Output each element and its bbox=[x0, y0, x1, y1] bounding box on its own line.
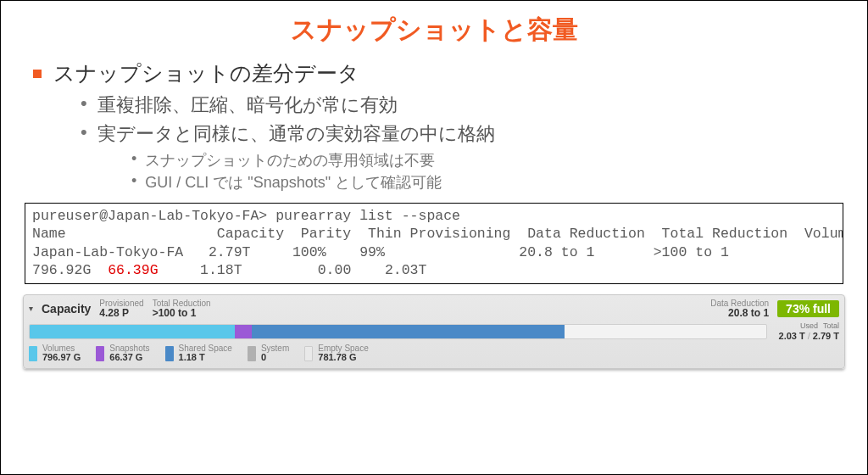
bullet-l2a-text: 重複排除、圧縮、暗号化が常に有効 bbox=[97, 92, 398, 118]
slide: スナップショットと容量 スナップショットの差分データ • 重複排除、圧縮、暗号化… bbox=[0, 0, 868, 475]
swatch-empty-icon bbox=[304, 346, 313, 361]
orange-square-icon bbox=[33, 70, 42, 78]
legend-system: System 0 bbox=[248, 344, 289, 363]
full-percent-badge: 73% full bbox=[777, 300, 839, 317]
bullet-dot-icon: • bbox=[81, 121, 87, 143]
legend-shared-value: 1.18 T bbox=[179, 353, 232, 363]
cli-output: pureuser@Japan-Lab-Tokyo-FA> purearray l… bbox=[25, 203, 843, 284]
collapse-toggle[interactable]: ▾ bbox=[29, 304, 33, 313]
total-reduction-value: >100 to 1 bbox=[153, 308, 211, 319]
legend-empty: Empty Space 781.78 G bbox=[304, 344, 368, 363]
bullet-l3: • GUI / CLI では "Snapshots" として確認可能 bbox=[131, 172, 847, 193]
bullet-l1-text: スナップショットの差分データ bbox=[53, 59, 359, 87]
cli-line2: Name Capacity Parity Thin Provisioning D… bbox=[32, 226, 843, 242]
slide-title: スナップショットと容量 bbox=[21, 13, 847, 48]
bar-seg-shared bbox=[252, 325, 564, 338]
bullet-l2b-text: 実データと同様に、通常の実効容量の中に格納 bbox=[97, 121, 495, 147]
bullet-l2: • 実データと同様に、通常の実効容量の中に格納 bbox=[81, 121, 847, 147]
cli-line3: Japan-Lab-Tokyo-FA 2.79T 100% 99% 20.8 t… bbox=[32, 244, 729, 260]
legend-volumes: Volumes 796.97 G bbox=[29, 344, 81, 363]
swatch-volumes-icon bbox=[29, 346, 37, 361]
bullet-l3b-text: GUI / CLI では "Snapshots" として確認可能 bbox=[145, 172, 442, 193]
legend-volumes-value: 796.97 G bbox=[42, 353, 81, 363]
capacity-bar-row: Used Total 2.03 T/2.79 T bbox=[29, 322, 839, 341]
capacity-header: ▾ Capacity Provisioned 4.28 P Total Redu… bbox=[29, 299, 839, 319]
data-reduction-metric: Data Reduction 20.8 to 1 bbox=[710, 299, 769, 319]
used-value: 2.03 T bbox=[779, 331, 805, 341]
capacity-title: Capacity bbox=[42, 302, 91, 316]
provisioned-metric: Provisioned 4.28 P bbox=[99, 299, 143, 319]
used-total: Used Total 2.03 T/2.79 T bbox=[779, 322, 839, 341]
legend-snapshots-value: 66.37 G bbox=[109, 353, 149, 363]
data-reduction-value: 20.8 to 1 bbox=[728, 308, 769, 319]
legend-empty-value: 781.78 G bbox=[318, 353, 368, 363]
bullet-l3: • スナップショットのための専用領域は不要 bbox=[131, 150, 847, 170]
capacity-panel: ▾ Capacity Provisioned 4.28 P Total Redu… bbox=[23, 294, 845, 369]
swatch-shared-icon bbox=[165, 346, 174, 361]
legend-system-value: 0 bbox=[261, 353, 289, 363]
provisioned-value: 4.28 P bbox=[99, 308, 143, 319]
bar-seg-snapshots bbox=[235, 325, 252, 338]
legend-snapshots: Snapshots 66.37 G bbox=[96, 344, 149, 363]
cli-snapshots-value: 66.39G bbox=[108, 262, 158, 278]
bullet-dot-icon: • bbox=[131, 172, 136, 190]
bullet-l1: スナップショットの差分データ bbox=[33, 59, 847, 87]
bullet-l3a-text: スナップショットのための専用領域は不要 bbox=[145, 150, 435, 170]
bullet-dot-icon: • bbox=[131, 150, 136, 168]
bullet-dot-icon: • bbox=[81, 92, 87, 115]
total-label: Total bbox=[823, 322, 839, 331]
swatch-system-icon bbox=[248, 346, 256, 361]
cli-line4a: 796.92G bbox=[32, 262, 108, 278]
cli-line1: pureuser@Japan-Lab-Tokyo-FA> purearray l… bbox=[32, 208, 460, 224]
total-reduction-metric: Total Reduction >100 to 1 bbox=[153, 299, 211, 319]
capacity-legend: Volumes 796.97 G Snapshots 66.37 G Share… bbox=[29, 344, 839, 363]
used-label: Used bbox=[800, 322, 818, 331]
legend-shared: Shared Space 1.18 T bbox=[165, 344, 232, 363]
bullet-l2: • 重複排除、圧縮、暗号化が常に有効 bbox=[81, 92, 847, 118]
bar-seg-volumes bbox=[30, 325, 235, 338]
total-value: 2.79 T bbox=[813, 331, 839, 341]
capacity-bar bbox=[29, 324, 767, 339]
bullet-list: スナップショットの差分データ • 重複排除、圧縮、暗号化が常に有効 • 実データ… bbox=[21, 58, 847, 194]
swatch-snapshots-icon bbox=[96, 346, 104, 361]
cli-line4b: 1.18T 0.00 2.03T bbox=[159, 262, 427, 278]
